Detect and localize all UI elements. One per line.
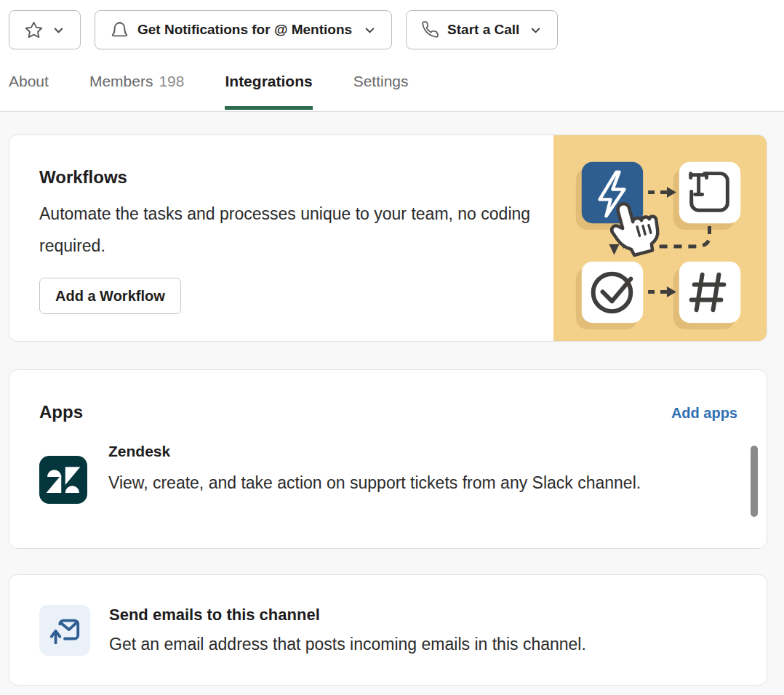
bell-icon — [110, 20, 129, 40]
toolbar: Get Notifications for @ Mentions Start a… — [0, 0, 784, 49]
apps-card: Apps Add apps Zende — [9, 369, 767, 549]
send-emails-description: Get an email address that posts incoming… — [109, 632, 586, 656]
star-channel-button[interactable] — [9, 10, 81, 49]
send-emails-card[interactable]: Send emails to this channel Get an email… — [9, 574, 767, 686]
channel-details-header: Get Notifications for @ Mentions Start a… — [0, 0, 784, 112]
apps-scrollbar[interactable] — [751, 446, 758, 517]
chevron-down-icon — [52, 23, 65, 37]
notification-preferences-button[interactable]: Get Notifications for @ Mentions — [95, 10, 392, 49]
workflows-title: Workflows — [39, 167, 553, 188]
text-snippet-tile — [679, 162, 740, 223]
chevron-down-icon — [363, 23, 377, 37]
notifications-button-label: Get Notifications for @ Mentions — [137, 22, 352, 38]
apps-list: Zendesk View, create, and take action on… — [39, 437, 737, 511]
app-name: Zendesk — [108, 441, 641, 461]
app-description: View, create, and take action on support… — [108, 467, 641, 499]
tab-settings[interactable]: Settings — [353, 72, 409, 110]
app-row-zendesk[interactable]: Zendesk View, create, and take action on… — [39, 437, 737, 504]
workflows-illustration — [553, 135, 767, 341]
zendesk-logo — [39, 456, 87, 504]
check-tile — [582, 262, 643, 323]
incoming-email-icon — [39, 605, 90, 656]
chevron-down-icon — [529, 23, 543, 37]
add-workflow-button[interactable]: Add a Workflow — [39, 278, 181, 314]
add-apps-link[interactable]: Add apps — [671, 405, 737, 422]
integrations-panel: Workflows Automate the tasks and process… — [0, 112, 784, 686]
members-count: 198 — [159, 72, 184, 91]
call-button-label: Start a Call — [447, 22, 519, 38]
apps-title: Apps — [39, 402, 83, 422]
channel-details-tabs: About Members198 Integrations Settings — [9, 72, 784, 110]
hash-tile — [679, 262, 740, 323]
phone-icon — [421, 21, 439, 39]
start-call-button[interactable]: Start a Call — [406, 10, 558, 49]
lightning-tile — [582, 162, 643, 223]
tab-members[interactable]: Members198 — [89, 72, 185, 110]
workflows-description: Automate the tasks and processes unique … — [39, 198, 534, 262]
send-emails-title: Send emails to this channel — [109, 604, 586, 625]
workflows-card: Workflows Automate the tasks and process… — [9, 134, 767, 342]
star-icon — [24, 20, 44, 40]
tab-about[interactable]: About — [9, 72, 49, 110]
tab-integrations[interactable]: Integrations — [225, 72, 312, 110]
